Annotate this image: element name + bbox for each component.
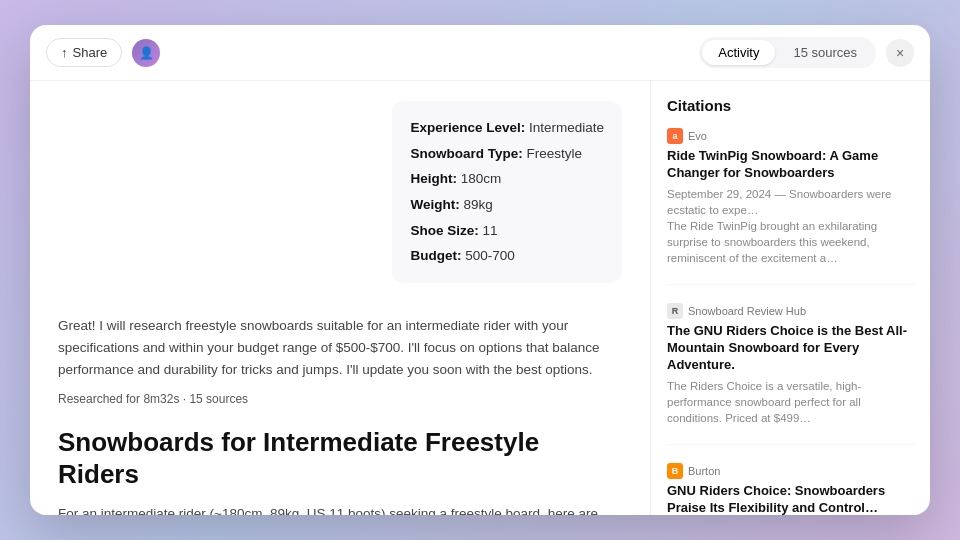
modal-body: Experience Level: Intermediate Snowboard… (30, 81, 930, 515)
source-icon-evo: a (667, 128, 683, 144)
citation-source-1: a Evo (667, 128, 914, 144)
field-experience: Experience Level: Intermediate (410, 115, 604, 141)
modal-header: ↑ Share 👤 Activity 15 sources × (30, 25, 930, 81)
citation-title-3: GNU Riders Choice: Snowboarders Praise I… (667, 483, 914, 515)
info-card: Experience Level: Intermediate Snowboard… (392, 101, 622, 283)
share-button[interactable]: ↑ Share (46, 38, 122, 67)
header-left: ↑ Share 👤 (46, 38, 160, 67)
citations-title: Citations (667, 97, 914, 114)
citation-item-1[interactable]: a Evo Ride TwinPig Snowboard: A Game Cha… (667, 128, 914, 285)
citation-preview-1: September 29, 2024 — Snowboarders were e… (667, 186, 914, 218)
label-shoe: Shoe Size: (410, 223, 478, 238)
source-name-3: Burton (688, 465, 720, 477)
citation-desc-1: The Ride TwinPig brought an exhilarating… (667, 218, 914, 266)
citation-title-1: Ride TwinPig Snowboard: A Game Changer f… (667, 148, 914, 182)
info-card-wrapper: Experience Level: Intermediate Snowboard… (58, 101, 622, 299)
close-button[interactable]: × (886, 39, 914, 67)
source-name-2: Snowboard Review Hub (688, 305, 806, 317)
sidebar: Citations a Evo Ride TwinPig Snowboard: … (650, 81, 930, 515)
tab-sources[interactable]: 15 sources (777, 40, 873, 65)
main-content: Experience Level: Intermediate Snowboard… (30, 81, 650, 515)
field-shoe: Shoe Size: 11 (410, 218, 604, 244)
research-meta: Researched for 8m32s · 15 sources (58, 392, 622, 406)
label-weight: Weight: (410, 197, 459, 212)
citation-title-2: The GNU Riders Choice is the Best All-Mo… (667, 323, 914, 374)
source-icon-burton: B (667, 463, 683, 479)
tab-activity[interactable]: Activity (702, 40, 775, 65)
tab-group: Activity 15 sources (699, 37, 876, 68)
main-modal: ↑ Share 👤 Activity 15 sources × Experien… (30, 25, 930, 515)
section-body: For an intermediate rider (~180cm, 89kg,… (58, 503, 622, 515)
citation-item-2[interactable]: R Snowboard Review Hub The GNU Riders Ch… (667, 303, 914, 445)
label-experience: Experience Level: (410, 120, 525, 135)
citation-source-3: B Burton (667, 463, 914, 479)
section-title: Snowboards for Intermediate Freestyle Ri… (58, 426, 622, 491)
share-icon: ↑ (61, 45, 68, 60)
source-icon-review: R (667, 303, 683, 319)
label-height: Height: (410, 171, 457, 186)
field-budget: Budget: 500-700 (410, 243, 604, 269)
description-text: Great! I will research freestyle snowboa… (58, 315, 622, 382)
source-name-1: Evo (688, 130, 707, 142)
field-type: Snowboard Type: Freestyle (410, 141, 604, 167)
citation-source-2: R Snowboard Review Hub (667, 303, 914, 319)
field-height: Height: 180cm (410, 166, 604, 192)
field-weight: Weight: 89kg (410, 192, 604, 218)
research-meta-text: Researched for 8m32s · 15 sources (58, 392, 248, 406)
label-type: Snowboard Type: (410, 146, 522, 161)
avatar-initial: 👤 (139, 46, 154, 60)
share-label: Share (73, 45, 108, 60)
citation-item-3[interactable]: B Burton GNU Riders Choice: Snowboarders… (667, 463, 914, 515)
label-budget: Budget: (410, 248, 461, 263)
citation-desc-2: The Riders Choice is a versatile, high-p… (667, 378, 914, 426)
avatar: 👤 (132, 39, 160, 67)
